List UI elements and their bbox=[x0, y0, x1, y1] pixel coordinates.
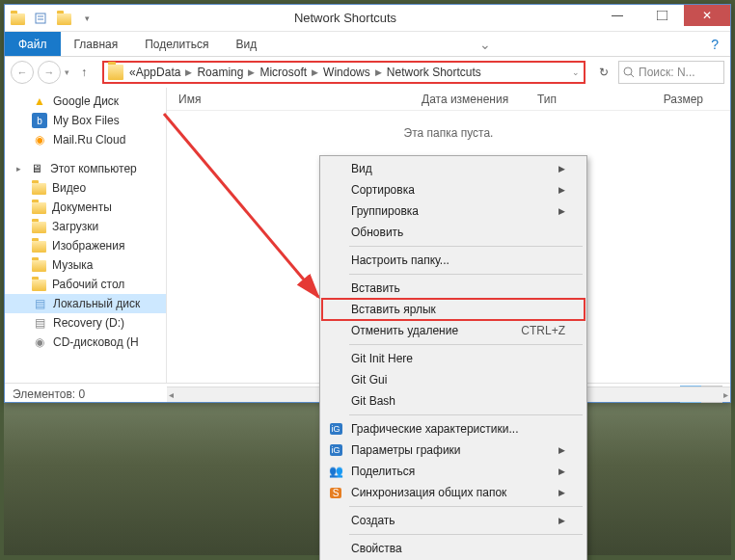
sidebar-item-this-pc[interactable]: ▸🖥Этот компьютер bbox=[5, 159, 166, 178]
open-folder-icon[interactable] bbox=[55, 10, 72, 27]
col-date: Дата изменения bbox=[422, 93, 537, 106]
submenu-icon: ▶ bbox=[558, 516, 565, 525]
empty-message: Эта папка пуста. bbox=[167, 126, 730, 140]
ctx-item[interactable]: Свойства bbox=[322, 538, 585, 559]
folder-icon bbox=[9, 10, 26, 27]
ctx-label: Поделиться bbox=[351, 465, 415, 478]
ctx-label: Обновить bbox=[351, 226, 403, 239]
breadcrumb-item[interactable]: Windows bbox=[323, 66, 370, 79]
sidebar-item-downloads[interactable]: Загрузки bbox=[5, 217, 166, 236]
ctx-item[interactable]: Создать▶ bbox=[322, 510, 585, 531]
back-button[interactable]: ← bbox=[11, 61, 34, 84]
intel-icon: iG bbox=[328, 442, 343, 458]
ctx-label: Отменить удаление bbox=[351, 324, 458, 337]
sidebar-item-cd[interactable]: ◉CD-дисковод (H bbox=[5, 333, 166, 352]
ctx-item[interactable]: iGГрафические характеристики... bbox=[322, 418, 585, 440]
submenu-icon: ▶ bbox=[558, 164, 565, 173]
ctx-item[interactable]: Вставить ярлык bbox=[322, 299, 585, 320]
item-count: Элементов: 0 bbox=[13, 387, 85, 401]
ctx-label: Git Gui bbox=[351, 373, 387, 387]
up-button[interactable]: ↑ bbox=[73, 62, 95, 83]
column-headers[interactable]: Имя Дата изменения Тип Размер bbox=[167, 88, 730, 111]
ribbon-tabs: Файл Главная Поделиться Вид ⌄ ? bbox=[5, 32, 730, 57]
breadcrumb-item[interactable]: Microsoft bbox=[259, 66, 307, 79]
submenu-icon: ▶ bbox=[558, 185, 565, 195]
svg-line-5 bbox=[631, 74, 634, 77]
ctx-separator bbox=[349, 414, 583, 415]
ctx-label: Свойства bbox=[351, 542, 402, 555]
ctx-label: Вставить bbox=[351, 281, 400, 295]
tab-file[interactable]: Файл bbox=[5, 32, 61, 56]
ribbon-expand-icon[interactable]: ⌄ bbox=[468, 37, 503, 52]
forward-button[interactable]: → bbox=[38, 61, 61, 84]
qat-chevron-icon[interactable]: ▾ bbox=[78, 10, 95, 27]
history-chevron-icon[interactable]: ▾ bbox=[65, 67, 69, 77]
folder-icon bbox=[108, 65, 123, 80]
ctx-separator bbox=[349, 506, 583, 507]
addr-chevron-icon[interactable]: ⌄ bbox=[572, 67, 580, 77]
ctx-separator bbox=[349, 274, 583, 275]
sync-icon: S bbox=[328, 485, 343, 500]
ctx-item[interactable]: Отменить удалениеCTRL+Z bbox=[322, 320, 585, 341]
submenu-icon: ▶ bbox=[558, 206, 565, 216]
ctx-label: Настроить папку... bbox=[351, 253, 449, 267]
breadcrumb-prefix: « bbox=[129, 66, 136, 79]
ctx-item[interactable]: Git Init Here bbox=[322, 348, 585, 369]
ctx-item[interactable]: Настроить папку... bbox=[322, 250, 585, 271]
search-input[interactable]: Поиск: N... bbox=[618, 61, 724, 84]
tab-home[interactable]: Главная bbox=[61, 32, 132, 56]
ctx-item[interactable]: Обновить bbox=[322, 222, 585, 243]
submenu-icon: ▶ bbox=[558, 445, 565, 455]
ctx-item[interactable]: Сортировка▶ bbox=[322, 179, 585, 200]
ctx-item[interactable]: Git Gui bbox=[322, 369, 585, 390]
navbar: ← → ▾ ↑ « AppData▶ Roaming▶ Microsoft▶ W… bbox=[5, 57, 730, 88]
ctx-label: Параметры графики bbox=[351, 443, 461, 457]
ctx-separator bbox=[349, 344, 583, 345]
ctx-item[interactable]: Группировка▶ bbox=[322, 200, 585, 222]
ctx-shortcut: CTRL+Z bbox=[521, 324, 565, 337]
sidebar-item-music[interactable]: Музыка bbox=[5, 255, 166, 275]
ctx-item[interactable]: Вставить bbox=[322, 278, 585, 299]
sidebar-item-documents[interactable]: Документы bbox=[5, 198, 166, 217]
ctx-label: Git Bash bbox=[351, 394, 395, 408]
context-menu: Вид▶Сортировка▶Группировка▶ОбновитьНастр… bbox=[319, 155, 587, 560]
tab-view[interactable]: Вид bbox=[222, 32, 270, 56]
properties-icon[interactable] bbox=[32, 10, 49, 27]
sidebar-item-videos[interactable]: Видео bbox=[5, 178, 166, 198]
ctx-item[interactable]: 👥Поделиться▶ bbox=[322, 461, 585, 482]
submenu-icon: ▶ bbox=[558, 467, 565, 476]
ctx-label: Синхронизация общих папок bbox=[351, 486, 506, 499]
svg-rect-3 bbox=[657, 11, 667, 20]
ctx-label: Группировка bbox=[351, 204, 419, 218]
svg-rect-0 bbox=[36, 13, 45, 23]
maximize-button[interactable] bbox=[640, 5, 684, 26]
breadcrumb-item[interactable]: AppData bbox=[136, 66, 181, 79]
minimize-button[interactable]: — bbox=[595, 5, 640, 26]
sidebar-item-mailru[interactable]: ◉Mail.Ru Cloud bbox=[5, 130, 166, 149]
sidebar-item-gdrive[interactable]: ▲Google Диск bbox=[5, 92, 166, 111]
ctx-item[interactable]: iGПараметры графики▶ bbox=[322, 440, 585, 461]
close-button[interactable]: ✕ bbox=[684, 5, 730, 26]
ctx-item[interactable]: Вид▶ bbox=[322, 158, 585, 179]
sidebar-item-local-disk[interactable]: ▤Локальный диск bbox=[5, 294, 166, 313]
breadcrumb-item[interactable]: Network Shortcuts bbox=[387, 66, 481, 79]
submenu-icon: ▶ bbox=[558, 488, 565, 497]
ctx-item[interactable]: Git Bash bbox=[322, 390, 585, 412]
sidebar-item-recovery[interactable]: ▤Recovery (D:) bbox=[5, 313, 166, 333]
sidebar-item-desktop[interactable]: Рабочий стол bbox=[5, 275, 166, 294]
sidebar-item-pictures[interactable]: Изображения bbox=[5, 236, 166, 255]
svg-point-4 bbox=[624, 67, 632, 75]
col-size: Размер bbox=[645, 93, 703, 106]
window-title: Network Shortcuts bbox=[95, 11, 595, 25]
titlebar: ▾ Network Shortcuts — ✕ bbox=[5, 5, 730, 32]
breadcrumb-item[interactable]: Roaming bbox=[197, 66, 243, 79]
refresh-button[interactable]: ↻ bbox=[593, 62, 614, 83]
ctx-label: Создать bbox=[351, 514, 395, 527]
sidebar-item-box[interactable]: bMy Box Files bbox=[5, 111, 166, 130]
col-type: Тип bbox=[537, 93, 645, 106]
tab-share[interactable]: Поделиться bbox=[131, 32, 222, 56]
help-icon[interactable]: ? bbox=[699, 37, 730, 52]
address-bar[interactable]: « AppData▶ Roaming▶ Microsoft▶ Windows▶ … bbox=[102, 61, 585, 84]
ctx-item[interactable]: SСинхронизация общих папок▶ bbox=[322, 482, 585, 503]
sidebar: ▲Google Диск bMy Box Files ◉Mail.Ru Clou… bbox=[5, 88, 167, 383]
